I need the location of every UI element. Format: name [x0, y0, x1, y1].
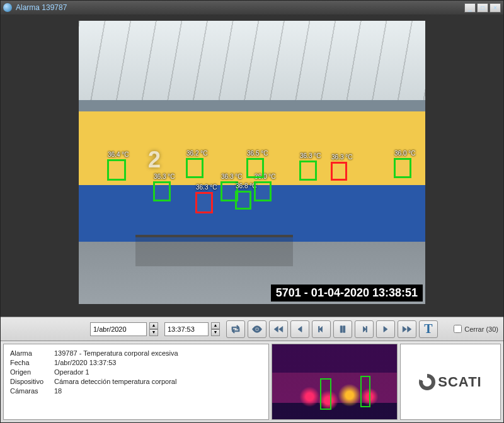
brand-swirl-icon: [419, 374, 435, 390]
detection-box: 36.3 °C: [299, 161, 317, 181]
label-origen: Origen: [10, 368, 54, 376]
pause-icon: [337, 324, 348, 335]
text-mode-button[interactable]: T: [419, 320, 438, 338]
time-input[interactable]: [164, 322, 209, 336]
detection-box: 36.5 °C: [246, 158, 264, 178]
detection-box: 36.3 °C: [331, 162, 347, 181]
detection-temp-label: 36.3 °C: [221, 173, 242, 180]
close-checkbox[interactable]: [454, 325, 462, 333]
date-spinner[interactable]: ▲▼: [149, 322, 158, 336]
thermal-detection-box: [360, 376, 370, 407]
brand-logo: SCATI: [419, 374, 481, 390]
info-row-dispositivo: Dispositivo Cámara detección temperatura…: [10, 378, 262, 385]
window-title: Alarma 139787: [16, 3, 464, 12]
detection-temp-label: 36.2 °C: [186, 150, 207, 157]
step-fwd-button[interactable]: [355, 320, 374, 338]
value-origen: Operador 1: [54, 368, 89, 376]
loop-icon: [230, 324, 241, 335]
time-spinner[interactable]: ▲▼: [211, 322, 220, 336]
rewind-button[interactable]: [269, 320, 288, 338]
detection-temp-label: 36.5 °C: [247, 150, 268, 157]
thermal-detection-box: [320, 378, 331, 410]
play-icon: [380, 324, 391, 335]
detection-temp-label: 36.3 °C: [331, 154, 352, 161]
detection-box: 36.0 °C: [254, 181, 272, 201]
value-alarma: 139787 - Temperatura corporal excesiva: [54, 349, 178, 357]
video-area: 2 5701 - 01-04-2020 13:38:51 36.4 °C36.3…: [1, 14, 503, 317]
info-row-camaras: Cámaras 18: [10, 387, 262, 395]
pause-button[interactable]: [333, 320, 352, 338]
alarm-info-box: Alarma 139787 - Temperatura corporal exc…: [3, 344, 269, 420]
window-buttons: _ □ ×: [464, 3, 501, 13]
video-timestamp-overlay: 5701 - 01-04-2020 13:38:51: [271, 285, 423, 302]
alarm-window: Alarma 139787 _ □ × 2 5701 - 01-04-2020 …: [0, 0, 504, 423]
scene-bench: [135, 235, 293, 266]
date-input[interactable]: [90, 322, 147, 336]
info-row-origen: Origen Operador 1: [10, 368, 262, 376]
view-button[interactable]: [248, 320, 266, 338]
detection-temp-label: 36.3 °C: [300, 152, 321, 159]
close-checkbox-label: Cerrar (30): [464, 325, 498, 333]
detection-temp-label: 36.3 °C: [154, 173, 175, 180]
detection-temp-label: 36.3 °C: [196, 184, 217, 191]
detection-box: 36.3 °C: [195, 192, 213, 213]
label-alarma: Alarma: [10, 349, 54, 357]
detection-box: 36.0 °C: [394, 158, 411, 178]
step-fwd-icon: [358, 324, 370, 335]
bottom-panel: Alarma 139787 - Temperatura corporal exc…: [1, 341, 503, 422]
detection-box: 36.2 °C: [186, 158, 203, 178]
loop-button[interactable]: [226, 320, 245, 338]
value-dispositivo: Cámara detección temperatura corporal: [54, 378, 176, 385]
info-row-fecha: Fecha 1/abr/2020 13:37:53: [10, 359, 262, 366]
eye-icon: [251, 324, 263, 335]
info-row-alarma: Alarma 139787 - Temperatura corporal exc…: [10, 349, 262, 357]
step-back-icon: [316, 324, 327, 335]
step-back-button[interactable]: [312, 320, 331, 338]
label-fecha: Fecha: [10, 359, 54, 366]
value-fecha: 1/abr/2020 13:37:53: [54, 359, 116, 366]
maximize-button[interactable]: □: [477, 3, 488, 13]
video-frame[interactable]: 2 5701 - 01-04-2020 13:38:51 36.4 °C36.3…: [79, 21, 425, 304]
app-icon: [3, 3, 12, 12]
detection-temp-label: 36.0 °C: [394, 150, 415, 157]
fastfwd-button[interactable]: [398, 320, 416, 338]
detection-temp-label: 36.4 °C: [108, 151, 129, 158]
value-camaras: 18: [54, 387, 62, 395]
detection-box: 36.8 °C: [235, 191, 251, 210]
label-camaras: Cámaras: [10, 387, 54, 395]
play-button[interactable]: [376, 320, 395, 338]
label-dispositivo: Dispositivo: [10, 378, 54, 385]
detection-box: 36.3 °C: [153, 181, 171, 201]
prev-button[interactable]: [290, 320, 309, 338]
rewind-icon: [273, 324, 284, 335]
playback-controls: ▲▼ ▲▼ T C: [1, 317, 503, 341]
detection-box: 36.4 °C: [107, 159, 126, 181]
close-window-button[interactable]: ×: [490, 3, 501, 13]
brand-box: SCATI: [400, 344, 501, 420]
titlebar[interactable]: Alarma 139787 _ □ ×: [1, 1, 503, 14]
brand-name: SCATI: [438, 374, 481, 390]
scene-marker: 2: [148, 147, 161, 173]
minimize-button[interactable]: _: [464, 3, 476, 13]
fastfwd-icon: [401, 324, 413, 335]
close-checkbox-wrap[interactable]: Cerrar (30): [454, 325, 498, 333]
prev-icon: [294, 324, 306, 335]
thermal-preview[interactable]: [272, 344, 398, 420]
